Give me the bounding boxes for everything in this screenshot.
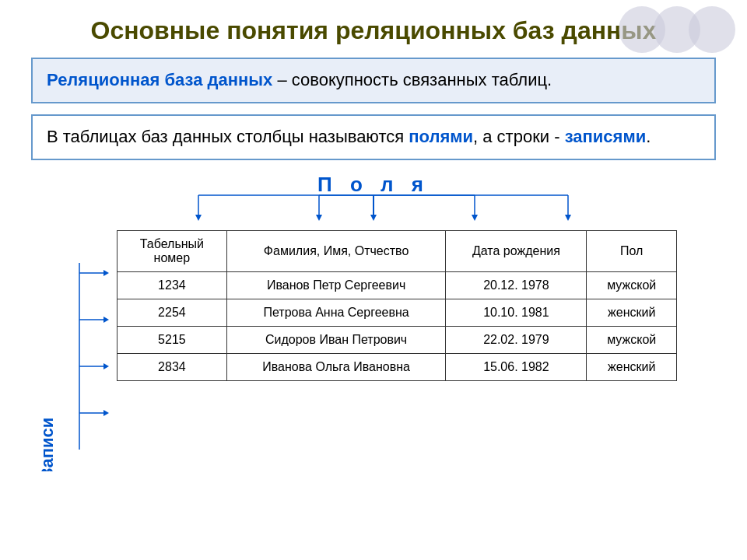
zapisi-arrow-row4-head [103,410,109,416]
table-cell-r4-c1: 2834 [117,353,227,380]
zapisi-arrow-row2-head [103,317,109,323]
circle-3 [689,6,735,53]
col-header-1: Табельныйномер [117,230,227,271]
polya-arrow-col3-head [472,215,478,221]
zapisi-label: Записи [37,418,57,471]
polya-down-arrow-head [370,215,377,221]
col-header-2: Фамилия, Имя, Отчество [226,230,446,271]
db-table: Табельныйномер Фамилия, Имя, Отчество Да… [117,230,677,381]
zapisi-svg: Записи [31,230,117,471]
polya-arrow-col2-head [316,215,322,221]
fields-records-box: В таблицах баз данных столбцы называются… [31,114,716,160]
page: Основные понятия реляционных баз данных … [0,0,747,560]
polya-arrow-col4-head [565,215,571,221]
definition-highlight: Реляционная база данных [47,70,272,89]
table-cell-r4-c3: 15.06. 1982 [446,353,587,380]
fields-text-part2: , а строки - [473,127,565,146]
definition-box: Реляционная база данных – совокупность с… [31,58,716,103]
table-cell-r1-c1: 1234 [117,271,227,299]
table-row: 2254Петрова Анна Сергеевна10.10. 1981жен… [117,299,677,326]
table-cell-r1-c2: Иванов Петр Сергеевич [226,271,446,299]
zapisi-arrow-row3-head [103,363,109,369]
table-cell-r3-c2: Сидоров Иван Петрович [226,326,446,353]
table-row: 2834Иванова Ольга Ивановна15.06. 1982жен… [117,353,677,380]
table-cell-r1-c3: 20.12. 1978 [446,271,587,299]
page-title: Основные понятия реляционных баз данных [31,16,716,45]
table-cell-r4-c2: Иванова Ольга Ивановна [226,353,446,380]
table-cell-r1-c4: мужской [587,271,677,299]
table-cell-r3-c4: мужской [587,326,677,353]
table-row: 5215Сидоров Иван Петрович22.02. 1979мужс… [117,326,677,353]
table-cell-r2-c1: 2254 [117,299,227,326]
diagram-area: П о л я [31,168,716,471]
fields-text-part1: В таблицах баз данных столбцы называются [47,127,409,146]
polya-svg: П о л я [31,168,747,230]
table-cell-r4-c4: женский [587,353,677,380]
col-header-3: Дата рождения [446,230,587,271]
polya-arrow-col1-head [195,215,202,221]
table-cell-r2-c3: 10.10. 1981 [446,299,587,326]
col-header-4: Пол [587,230,677,271]
table-cell-r2-c2: Петрова Анна Сергеевна [226,299,446,326]
table-cell-r3-c1: 5215 [117,326,227,353]
fields-text-part3: . [646,127,651,146]
decorative-circles [630,6,735,53]
table-and-labels: Записи Табельны [31,230,716,471]
table-cell-r2-c4: женский [587,299,677,326]
polya-label: П о л я [317,173,430,196]
zapisi-arrow-row1-head [103,270,109,276]
fields-highlight: полями [409,127,473,146]
definition-rest: – совокупность связанных таблиц. [272,70,552,89]
records-highlight: записями [565,127,647,146]
table-row: 1234Иванов Петр Сергеевич20.12. 1978мужс… [117,271,677,299]
table-cell-r3-c3: 22.02. 1979 [446,326,587,353]
